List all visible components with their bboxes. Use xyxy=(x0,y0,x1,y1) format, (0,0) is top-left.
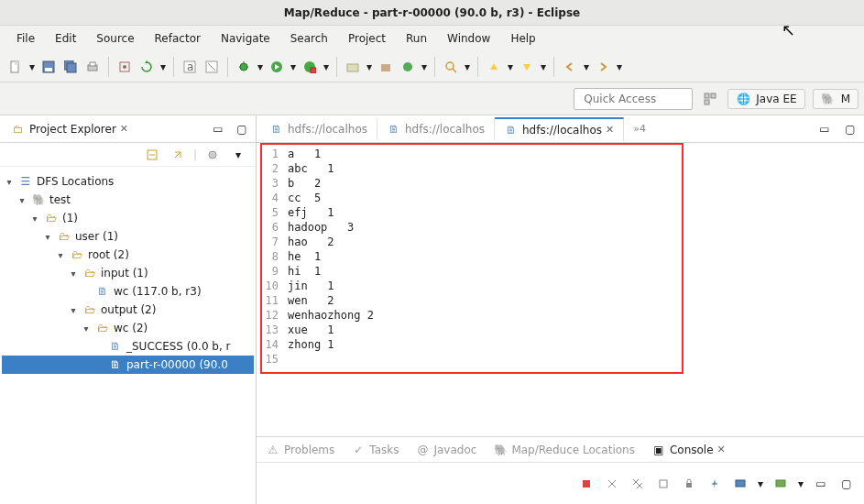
chevron-down-icon[interactable]: ▾ xyxy=(322,60,331,73)
pin-console-icon[interactable] xyxy=(705,474,725,494)
terminate-icon[interactable] xyxy=(576,474,596,494)
editor[interactable]: 123456789101112131415 a 1 abc 1 b 2 cc 5… xyxy=(257,143,864,436)
chevron-down-icon[interactable]: ▾ xyxy=(615,60,624,73)
minimize-icon[interactable]: ▭ xyxy=(811,474,831,494)
prev-annotation-icon[interactable] xyxy=(484,57,504,77)
remove-launch-icon[interactable] xyxy=(602,474,622,494)
editor-tab-1[interactable]: 🗎hdfs://localhos xyxy=(260,118,377,140)
focus-icon[interactable] xyxy=(202,145,223,165)
chevron-down-icon[interactable]: ▾ xyxy=(68,304,79,315)
console-icon: ▣ xyxy=(651,443,666,457)
perspective-mapreduce[interactable]: 🐘 M xyxy=(813,89,859,109)
tab-problems[interactable]: ⚠Problems xyxy=(262,441,338,459)
maximize-icon[interactable]: ▢ xyxy=(840,119,860,139)
tree-input[interactable]: ▾🗁input (1) xyxy=(2,264,254,282)
tree-part-r-00000[interactable]: 🗎part-r-00000 (90.0 xyxy=(2,356,254,374)
menu-search[interactable]: Search xyxy=(281,28,337,49)
menu-project[interactable]: Project xyxy=(339,28,395,49)
view-menu-icon[interactable]: ▾ xyxy=(228,145,248,165)
close-icon[interactable]: ✕ xyxy=(120,123,128,135)
chevron-down-icon[interactable]: ▾ xyxy=(582,60,591,73)
tree-wc-input[interactable]: 🗎wc (117.0 b, r3) xyxy=(2,282,254,301)
link-editor-icon[interactable] xyxy=(168,145,188,165)
chevron-down-icon[interactable]: ▾ xyxy=(81,323,92,334)
save-icon[interactable] xyxy=(38,57,59,77)
chevron-down-icon[interactable]: ▾ xyxy=(16,194,27,205)
menu-window[interactable]: Window xyxy=(438,28,499,49)
refresh-icon[interactable] xyxy=(137,57,157,77)
collapse-all-icon[interactable] xyxy=(142,145,162,165)
chevron-down-icon[interactable]: ▾ xyxy=(55,249,66,260)
chevron-down-icon[interactable]: ▾ xyxy=(365,60,374,73)
quick-access-input[interactable] xyxy=(574,88,693,110)
maximize-icon[interactable]: ▢ xyxy=(837,474,857,494)
menu-help[interactable]: Help xyxy=(501,28,544,49)
toggle-a-icon[interactable]: a xyxy=(180,57,200,77)
tree-wc-output[interactable]: ▾🗁wc (2) xyxy=(2,319,254,337)
new-icon[interactable] xyxy=(5,57,26,77)
remove-all-icon[interactable] xyxy=(628,474,648,494)
new-class-icon[interactable] xyxy=(398,57,418,77)
tree-output[interactable]: ▾🗁output (2) xyxy=(2,301,254,319)
tree-node-1[interactable]: ▾🗁(1) xyxy=(2,209,254,227)
open-console-icon[interactable] xyxy=(771,474,791,494)
chevron-down-icon[interactable]: ▾ xyxy=(756,477,765,490)
save-all-icon[interactable] xyxy=(60,57,81,77)
search-icon[interactable] xyxy=(441,57,461,77)
maximize-icon[interactable]: ▢ xyxy=(232,119,252,139)
print-icon[interactable] xyxy=(82,57,103,77)
run-last-icon[interactable] xyxy=(300,57,320,77)
clear-console-icon[interactable] xyxy=(653,474,673,494)
editor-overflow[interactable]: »4 xyxy=(624,119,655,138)
chevron-down-icon[interactable]: ▾ xyxy=(463,60,472,73)
code-content[interactable]: a 1 abc 1 b 2 cc 5 efj 1 hadoop 3 hao 2 … xyxy=(282,143,864,436)
chevron-down-icon[interactable]: ▾ xyxy=(29,213,40,224)
minimize-icon[interactable]: ▭ xyxy=(208,119,228,139)
toggle-b-icon[interactable] xyxy=(202,57,222,77)
tree-dfs-locations[interactable]: ▾☰DFS Locations xyxy=(2,172,254,191)
menu-navigate[interactable]: Navigate xyxy=(212,28,279,49)
chevron-down-icon[interactable]: ▾ xyxy=(42,231,53,242)
display-console-icon[interactable] xyxy=(730,474,750,494)
chevron-down-icon[interactable]: ▾ xyxy=(27,60,37,73)
chevron-down-icon[interactable]: ▾ xyxy=(4,176,15,187)
menu-run[interactable]: Run xyxy=(397,28,436,49)
run-icon[interactable] xyxy=(267,57,287,77)
perspective-javaee[interactable]: 🌐 Java EE xyxy=(727,89,804,109)
project-explorer-tab[interactable]: 🗀 Project Explorer ✕ xyxy=(4,118,136,140)
forward-icon[interactable] xyxy=(593,57,613,77)
editor-tab-2[interactable]: 🗎hdfs://localhos xyxy=(377,118,495,140)
tree-user[interactable]: ▾🗁user (1) xyxy=(2,227,254,246)
editor-tab-3[interactable]: 🗎hdfs://localhos✕ xyxy=(495,117,624,141)
chevron-down-icon[interactable]: ▾ xyxy=(289,60,298,73)
tree-root[interactable]: ▾🗁root (2) xyxy=(2,246,254,264)
close-icon[interactable]: ✕ xyxy=(606,124,614,136)
chevron-down-icon[interactable]: ▾ xyxy=(68,268,79,279)
build-icon[interactable] xyxy=(115,57,135,77)
tab-mapreduce-locations[interactable]: 🐘Map/Reduce Locations xyxy=(489,441,639,459)
menu-edit[interactable]: Edit xyxy=(46,28,85,49)
menu-source[interactable]: Source xyxy=(87,28,143,49)
new-pkg-icon[interactable] xyxy=(376,57,396,77)
scroll-lock-icon[interactable] xyxy=(679,474,699,494)
chevron-down-icon[interactable]: ▾ xyxy=(420,60,429,73)
open-perspective-icon[interactable] xyxy=(700,89,720,109)
tree-test[interactable]: ▾🐘test xyxy=(2,191,254,209)
debug-icon[interactable] xyxy=(234,57,254,77)
chevron-down-icon[interactable]: ▾ xyxy=(796,477,805,490)
close-icon[interactable]: ✕ xyxy=(717,444,726,455)
chevron-down-icon[interactable]: ▾ xyxy=(256,60,265,73)
tab-tasks[interactable]: ✓Tasks xyxy=(347,441,402,459)
back-icon[interactable] xyxy=(560,57,580,77)
next-annotation-icon[interactable] xyxy=(517,57,537,77)
menu-file[interactable]: File xyxy=(7,28,44,49)
menu-refactor[interactable]: Refactor xyxy=(146,28,210,49)
chevron-down-icon[interactable]: ▾ xyxy=(539,60,548,73)
chevron-down-icon[interactable]: ▾ xyxy=(159,60,168,73)
new-server-icon[interactable] xyxy=(343,57,363,77)
minimize-icon[interactable]: ▭ xyxy=(815,119,835,139)
tree-success[interactable]: 🗎_SUCCESS (0.0 b, r xyxy=(2,337,254,356)
tab-console[interactable]: ▣Console✕ xyxy=(648,441,729,459)
tab-javadoc[interactable]: @Javadoc xyxy=(411,441,480,459)
chevron-down-icon[interactable]: ▾ xyxy=(506,60,515,73)
